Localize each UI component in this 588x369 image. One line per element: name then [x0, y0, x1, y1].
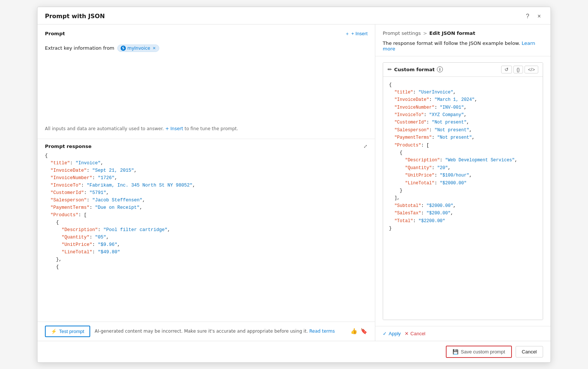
test-icon: ⚡: [51, 329, 57, 334]
tag-label: myInvoice: [127, 46, 150, 51]
prompt-section-title: Prompt: [45, 31, 65, 36]
response-title: Prompt response: [45, 144, 91, 149]
code-button[interactable]: </>: [525, 66, 538, 73]
thumbs-up-button[interactable]: 👍: [350, 328, 357, 335]
format-toolbar: ↺ {} </>: [501, 66, 538, 73]
expand-icon[interactable]: ⤢: [363, 144, 368, 149]
close-button[interactable]: ×: [535, 12, 543, 20]
apply-label: Apply: [389, 331, 401, 336]
pencil-icon: ✏️: [388, 66, 392, 72]
insert-label: + Insert: [351, 31, 368, 36]
right-panel-description: The response format will follow the JSON…: [383, 40, 543, 52]
cancel-inline-label: Cancel: [411, 331, 425, 336]
footer-feedback-icons: 👍 🔖: [350, 328, 368, 335]
prompt-section-header: Prompt ＋ + Insert: [45, 30, 368, 37]
breadcrumb-current: Edit JSON format: [429, 30, 476, 36]
header-icons: ? ×: [524, 12, 543, 20]
dialog-footer: 💾 Save custom prompt Cancel: [37, 341, 551, 362]
myinvoice-tag[interactable]: S myInvoice ×: [117, 45, 159, 52]
tag-icon: S: [121, 46, 126, 51]
custom-format-title: ✏️ Custom format i: [388, 66, 443, 72]
save-custom-label: Save custom prompt: [461, 349, 505, 355]
cancel-inline-button[interactable]: ✕ Cancel: [405, 331, 425, 336]
test-prompt-button[interactable]: ⚡ Test prompt: [45, 326, 90, 337]
custom-format-area: ✏️ Custom format i ↺ {} </> { "title": "…: [383, 62, 543, 320]
cancel-footer-button[interactable]: Cancel: [516, 346, 543, 358]
tag-close-icon[interactable]: ×: [153, 46, 156, 50]
braces-button[interactable]: {}: [513, 66, 523, 73]
left-panel: Prompt ＋ + Insert Extract key informatio…: [37, 24, 375, 341]
prompt-text-line: Extract key information from S myInvoice…: [45, 45, 368, 52]
test-prompt-label: Test prompt: [59, 329, 84, 334]
read-terms-link[interactable]: Read terms: [309, 329, 335, 334]
cancel-x-icon: ✕: [405, 331, 409, 336]
response-header: Prompt response ⤢: [37, 139, 375, 152]
save-icon: 💾: [453, 349, 458, 355]
response-body: { "title": "Invoice", "InvoiceDate": "Se…: [37, 152, 375, 322]
right-panel: Prompt settings > Edit JSON format The r…: [375, 24, 551, 341]
response-section: Prompt response ⤢ { "title": "Invoice", …: [37, 139, 375, 341]
right-panel-actions: ✓ Apply ✕ Cancel: [375, 326, 551, 341]
fine-tune-link[interactable]: + Insert: [165, 126, 183, 131]
apply-button[interactable]: ✓ Apply: [383, 331, 401, 336]
prompt-footer-note: All inputs and data are automatically us…: [45, 123, 368, 133]
insert-icon: ＋: [345, 30, 350, 37]
bookmark-button[interactable]: 🔖: [360, 328, 368, 335]
response-footer: ⚡ Test prompt AI-generated content may b…: [37, 322, 375, 341]
breadcrumb-separator: >: [423, 30, 427, 36]
custom-format-header: ✏️ Custom format i ↺ {} </>: [383, 63, 543, 77]
help-button[interactable]: ?: [524, 12, 532, 20]
apply-check-icon: ✓: [383, 331, 387, 336]
save-custom-prompt-button[interactable]: 💾 Save custom prompt: [446, 346, 512, 358]
prompt-input-area: Extract key information from S myInvoice…: [45, 42, 368, 123]
reset-button[interactable]: ↺: [501, 66, 512, 73]
footer-disclaimer: AI-generated content may be incorrect. M…: [95, 329, 346, 334]
breadcrumb: Prompt settings > Edit JSON format: [383, 30, 543, 36]
info-icon[interactable]: i: [437, 66, 443, 72]
json-editor[interactable]: { "title": "UserInvoice", "InvoiceDate":…: [383, 77, 543, 320]
prompt-text: Extract key information from: [45, 45, 114, 51]
dialog-title: Prompt with JSON: [45, 13, 105, 20]
right-panel-header: Prompt settings > Edit JSON format The r…: [375, 24, 551, 56]
breadcrumb-parent: Prompt settings: [383, 30, 421, 36]
dialog-header: Prompt with JSON ? ×: [37, 7, 551, 24]
main-dialog: Prompt with JSON ? × Prompt ＋ + Insert: [37, 7, 551, 363]
dialog-body: Prompt ＋ + Insert Extract key informatio…: [37, 24, 551, 341]
insert-button[interactable]: ＋ + Insert: [345, 30, 368, 37]
prompt-section: Prompt ＋ + Insert Extract key informatio…: [37, 24, 375, 139]
